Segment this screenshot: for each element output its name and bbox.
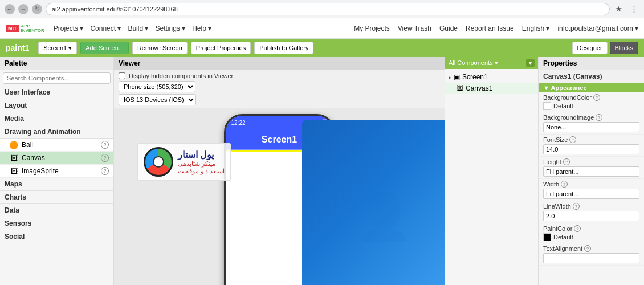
tab-switcher: Designer Blocks [572,42,638,54]
palette-item-ball-label: Ball [22,141,97,149]
url-bar[interactable] [46,3,610,15]
prop-text-alignment: TextAlignment ? [539,243,644,266]
selected-component-name: Canvas1 (Canvas) [539,70,644,83]
palette-item-imagesprite-label: ImageSprite [22,167,97,175]
font-size-input[interactable] [543,144,639,154]
project-properties-button[interactable]: Project Properties [191,42,251,54]
background-color-text: Default [553,103,573,109]
phone-time: 12:22 [231,120,246,126]
screen1-icon: ▣ [454,73,460,81]
refresh-button[interactable]: ↻ [32,4,42,14]
imagesprite-help-icon[interactable]: ? [101,167,109,175]
viewer-panel: Viewer Display hidden components in View… [114,57,445,285]
user-email[interactable]: info.poulstar@gmail.com ▾ [557,25,638,32]
height-input[interactable] [543,166,639,177]
back-button[interactable]: ← [5,4,15,14]
watermark-overlay: پول استار مینکر شتابدهی استعداد و موفقیت [137,142,231,181]
tree-item-canvas1[interactable]: 🖼 Canvas1 [445,83,538,94]
nav-projects[interactable]: Projects ▾ [54,25,84,32]
background-image-input[interactable] [543,122,639,132]
background-color-help[interactable]: ? [593,94,600,101]
nav-help[interactable]: Help ▾ [192,25,211,32]
device-select[interactable]: IOS 13 Devices (IOS) [119,94,196,105]
mit-logo: MIT APP INVENTOR [6,24,44,33]
palette-category-data[interactable]: Data [0,204,113,217]
width-input[interactable] [543,189,639,199]
all-components-dropdown[interactable]: ▾ [526,59,535,67]
background-color-swatch[interactable] [543,102,551,110]
palette-category-drawing[interactable]: Drawing and Animation [0,125,113,139]
tree-item-screen1[interactable]: ▸ ▣ Screen1 [445,71,538,83]
star-button[interactable]: ★ [613,3,625,15]
watermark-tagline: مینکر شتابدهی [178,160,225,168]
person-silhouette: 👤 [356,190,413,243]
header-nav: Projects ▾ Connect ▾ Build ▾ Settings ▾ … [54,25,211,32]
add-screen-button[interactable]: Add Screen... [80,42,129,54]
paint-color-swatch[interactable] [543,233,551,241]
prop-text-alignment-label: TextAlignment ? [543,245,639,252]
prop-font-size-label: FontSize ? [543,136,639,143]
palette-category-sensors[interactable]: Sensors [0,217,113,230]
report-issue-link[interactable]: Report an Issue [466,25,514,32]
remove-screen-button[interactable]: Remove Screen [132,42,188,54]
height-help[interactable]: ? [563,158,570,165]
app-inventor-label2: INVENTOR [21,28,44,33]
header-right: My Projects View Trash Guide Report an I… [354,25,638,32]
nav-settings[interactable]: Settings ▾ [155,25,185,32]
prop-paint-color: PaintColor ? Default [539,223,644,243]
language-selector[interactable]: English ▾ [522,25,550,32]
appearance-section[interactable]: ▼ Appearance [539,83,644,92]
nav-build[interactable]: Build ▾ [128,25,148,32]
properties-panel: Properties Canvas1 (Canvas) ▼ Appearance… [539,57,644,285]
guide-link[interactable]: Guide [439,25,458,32]
prop-background-color: BackgroundColor ? Default [539,92,644,112]
line-width-help[interactable]: ? [573,203,580,210]
viewer-header: Viewer [114,57,445,70]
palette-item-imagesprite[interactable]: 🖼 ImageSprite ? [0,165,113,178]
paint-color-help[interactable]: ? [574,225,581,232]
palette-category-maps[interactable]: Maps [0,178,113,191]
palette-item-canvas[interactable]: 🖼 Canvas ? [0,152,113,165]
nav-connect[interactable]: Connect ▾ [90,25,121,32]
palette-category-layout[interactable]: Layout [0,99,113,112]
main-area: Palette User Interface Layout Media Draw… [0,57,644,285]
designer-tab[interactable]: Designer [572,42,608,54]
font-size-help[interactable]: ? [569,136,576,143]
screen-selector[interactable]: Screen1 ▾ [38,42,77,54]
palette-category-media[interactable]: Media [0,112,113,125]
component-search-input[interactable] [3,72,111,84]
watermark-logo-icon [144,147,173,177]
watermark-tagline2: استعداد و موفقیت [178,168,225,175]
palette-category-charts[interactable]: Charts [0,191,113,204]
publish-to-gallery-button[interactable]: Publish to Gallery [254,42,313,54]
prop-font-size: FontSize ? [539,135,644,157]
palette-item-ball[interactable]: 🟠 Ball ? [0,139,113,152]
line-width-input[interactable] [543,211,639,221]
phone-size-select[interactable]: Phone size (505,320) [119,81,195,92]
hidden-components-row: Display hidden components in Viewer [119,72,440,79]
expand-screen1-icon: ▸ [449,74,451,80]
width-help[interactable]: ? [561,181,568,188]
background-image-help[interactable]: ? [596,114,602,121]
menu-button[interactable]: ⋮ [628,3,639,15]
imagesprite-icon: 🖼 [9,166,18,176]
text-alignment-help[interactable]: ? [584,245,591,252]
hidden-components-checkbox[interactable] [119,72,125,79]
ball-icon: 🟠 [9,140,18,149]
canvas-help-icon[interactable]: ? [101,154,109,162]
watermark-text: پول استار مینکر شتابدهی استعداد و موفقیت [178,149,225,175]
blocks-tab[interactable]: Blocks [610,42,638,54]
palette-category-social[interactable]: Social [0,230,113,243]
ball-help-icon[interactable]: ? [101,141,109,149]
view-trash-link[interactable]: View Trash [398,25,431,32]
browser-bar: ← → ↻ ★ ⋮ [0,0,644,18]
project-name: paint1 [6,43,29,52]
my-projects-link[interactable]: My Projects [354,25,390,32]
prop-background-color-label: BackgroundColor ? [543,94,639,101]
forward-button[interactable]: → [18,4,28,14]
device-select-row: IOS 13 Devices (IOS) [119,94,440,105]
palette-category-user-interface[interactable]: User Interface [0,86,113,99]
hidden-components-label: Display hidden components in Viewer [129,72,233,79]
prop-paint-color-value: Default [543,233,639,241]
text-alignment-input[interactable] [543,253,639,263]
